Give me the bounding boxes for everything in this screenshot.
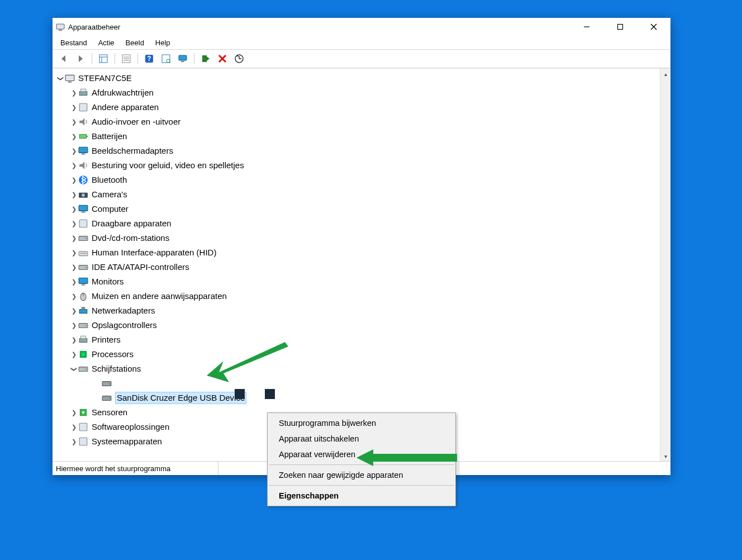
menu-help[interactable]: Help [150, 37, 176, 48]
context-menu-item[interactable]: Zoeken naar gewijzigde apparaten [268, 467, 455, 483]
redaction-square [265, 389, 275, 399]
computer-icon [65, 73, 75, 83]
tree-item-label: Human Interface-apparaten (HID) [92, 247, 216, 258]
back-button[interactable] [56, 51, 72, 67]
svg-rect-53 [79, 339, 87, 343]
chevron-icon[interactable] [69, 103, 78, 111]
device-tree[interactable]: STEFAN7C5EAfdrukwachtrijenAndere apparat… [53, 69, 660, 461]
tree-category[interactable]: Opslagcontrollers [53, 318, 660, 333]
tree-item-label: Softwareoplossingen [92, 421, 169, 433]
tree-item-label: Camera's [92, 189, 127, 200]
tree-device[interactable]: SanDisk Cruzer Edge USB Device [53, 391, 660, 405]
chevron-icon[interactable] [69, 176, 78, 184]
category-icon [78, 88, 88, 98]
scroll-up-icon[interactable]: ▴ [660, 69, 670, 79]
monitor-button[interactable] [175, 51, 191, 67]
svg-rect-25 [68, 82, 72, 83]
tree-category[interactable]: Monitors [53, 274, 660, 289]
svg-point-52 [85, 325, 86, 326]
help-button[interactable]: ? [141, 51, 157, 67]
chevron-icon[interactable] [69, 307, 78, 315]
tree-category[interactable]: Processors [53, 347, 660, 362]
tree-category[interactable]: Andere apparaten [53, 100, 660, 115]
category-icon [78, 131, 88, 141]
chevron-icon[interactable] [69, 191, 78, 198]
chevron-icon[interactable] [69, 249, 78, 257]
chevron-icon[interactable] [69, 205, 78, 213]
svg-rect-6 [99, 55, 107, 63]
tree-category[interactable]: Computer [53, 202, 660, 216]
svg-rect-45 [79, 278, 88, 283]
properties-list-button[interactable] [118, 51, 134, 67]
tree-category[interactable]: Besturing voor geluid, video en spelletj… [53, 158, 660, 173]
chevron-icon[interactable] [69, 220, 78, 227]
context-menu-item[interactable]: Stuurprogramma bijwerken [268, 415, 455, 431]
scan-hardware-button[interactable] [158, 51, 174, 67]
chevron-icon[interactable] [69, 409, 78, 416]
scrollbar[interactable]: ▴ ▾ [660, 69, 670, 461]
svg-rect-26 [79, 92, 87, 96]
enable-device-button[interactable] [198, 51, 213, 67]
tree-category[interactable]: Printers [53, 333, 660, 347]
context-menu-item[interactable]: Eigenschappen [268, 488, 455, 504]
minimize-button[interactable] [570, 18, 603, 36]
svg-rect-3 [618, 25, 623, 30]
tree-item-label: Bluetooth [92, 174, 127, 186]
chevron-icon[interactable] [69, 162, 78, 169]
tree-category[interactable]: Audio-invoer en -uitvoer [53, 115, 660, 129]
tree-category[interactable]: Dvd-/cd-rom-stations [53, 231, 660, 245]
chevron-icon[interactable] [69, 132, 78, 140]
chevron-icon[interactable] [69, 292, 78, 300]
chevron-icon[interactable] [69, 365, 78, 373]
chevron-icon[interactable] [69, 147, 78, 155]
menu-actie[interactable]: Actie [93, 37, 120, 48]
tree-category[interactable]: Beeldschermadapters [53, 144, 660, 158]
menu-bestand[interactable]: Bestand [55, 37, 93, 48]
chevron-icon[interactable] [69, 336, 78, 344]
chevron-icon[interactable] [69, 438, 78, 445]
menu-beeld[interactable]: Beeld [120, 37, 150, 48]
tree-category[interactable]: Batterijen [53, 129, 660, 144]
svg-rect-27 [81, 89, 86, 92]
tree-category[interactable]: Muizen en andere aanwijsapparaten [53, 289, 660, 303]
scroll-down-icon[interactable]: ▾ [660, 451, 670, 461]
tree-category[interactable]: Human Interface-apparaten (HID) [53, 245, 660, 260]
tree-category[interactable]: Camera's [53, 187, 660, 202]
tree-category[interactable]: Afdrukwachtrijen [53, 86, 660, 100]
show-hide-tree-button[interactable] [96, 51, 111, 67]
chevron-icon[interactable] [69, 263, 78, 271]
tree-category[interactable]: Schijfstations [53, 362, 660, 376]
svg-rect-20 [202, 55, 207, 62]
chevron-icon[interactable] [69, 350, 78, 358]
chevron-icon[interactable] [56, 74, 65, 82]
tree-item-label: Processors [92, 349, 134, 360]
chevron-icon[interactable] [69, 118, 78, 126]
svg-rect-66 [79, 438, 87, 445]
category-icon [78, 335, 88, 345]
uninstall-device-button[interactable] [215, 51, 230, 67]
svg-rect-46 [82, 284, 85, 286]
close-button[interactable] [637, 18, 670, 36]
titlebar: Apparaatbeheer [53, 18, 670, 36]
tree-category[interactable]: Draagbare apparaten [53, 216, 660, 231]
svg-rect-24 [65, 75, 74, 80]
chevron-icon[interactable] [69, 321, 78, 329]
category-icon [78, 175, 88, 185]
chevron-icon[interactable] [69, 89, 78, 97]
tree-device[interactable] [53, 376, 660, 391]
maximize-button[interactable] [603, 18, 637, 36]
tree-category[interactable]: IDE ATA/ATAPI-controllers [53, 260, 660, 274]
chevron-icon[interactable] [69, 423, 78, 431]
tree-category[interactable]: Netwerkadapters [53, 303, 660, 318]
category-icon [78, 349, 88, 359]
update-driver-button[interactable] [231, 51, 247, 67]
tree-category[interactable]: Bluetooth [53, 173, 660, 187]
svg-point-40 [85, 238, 86, 239]
svg-rect-28 [79, 103, 87, 111]
forward-button[interactable] [73, 51, 88, 67]
context-menu-item[interactable]: Apparaat verwijderen [268, 447, 455, 462]
context-menu-item[interactable]: Apparaat uitschakelen [268, 431, 455, 447]
chevron-icon[interactable] [69, 234, 78, 242]
tree-root[interactable]: STEFAN7C5E [53, 71, 660, 86]
chevron-icon[interactable] [69, 278, 78, 286]
